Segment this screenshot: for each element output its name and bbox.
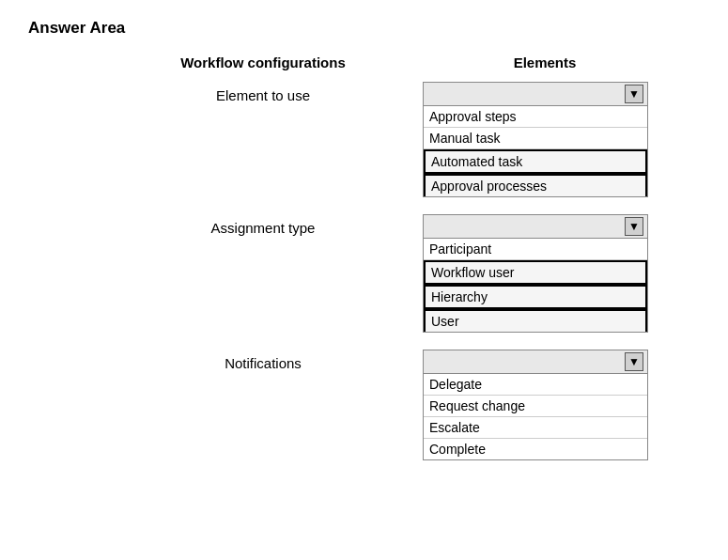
dropdown-element-to-use[interactable]: ▼ Approval steps Manual task Automated t… bbox=[423, 82, 648, 197]
column-headers: Workflow configurations Elements bbox=[28, 54, 700, 70]
dropdown-arrow-assignment-type[interactable]: ▼ bbox=[625, 217, 643, 236]
dropdown-assignment-type[interactable]: ▼ Participant Workflow user Hierarchy Us… bbox=[423, 214, 648, 333]
label-assignment-type: Assignment type bbox=[141, 214, 385, 236]
dropdown-item-request-change[interactable]: Request change bbox=[424, 396, 647, 417]
dropdown-notifications[interactable]: ▼ Delegate Request change Escalate Compl… bbox=[423, 350, 648, 460]
dropdown-list-element-to-use: Approval steps Manual task Automated tas… bbox=[423, 106, 648, 197]
dropdown-item-user[interactable]: User bbox=[424, 309, 647, 332]
dropdown-arrow-element-to-use[interactable]: ▼ bbox=[625, 85, 643, 103]
dropdown-item-manual-task[interactable]: Manual task bbox=[424, 128, 647, 149]
dropdown-header-assignment-type[interactable]: ▼ bbox=[423, 214, 648, 239]
dropdown-arrow-notifications[interactable]: ▼ bbox=[625, 352, 643, 371]
dropdown-item-complete[interactable]: Complete bbox=[424, 439, 647, 459]
dropdown-list-assignment-type: Participant Workflow user Hierarchy User bbox=[423, 239, 648, 333]
dropdown-item-approval-processes[interactable]: Approval processes bbox=[424, 174, 647, 196]
dropdown-item-delegate[interactable]: Delegate bbox=[424, 374, 647, 396]
dropdown-header-element-to-use[interactable]: ▼ bbox=[423, 82, 648, 106]
dropdown-item-hierarchy[interactable]: Hierarchy bbox=[424, 285, 647, 309]
dropdown-item-workflow-user[interactable]: Workflow user bbox=[424, 260, 647, 285]
page-title: Answer Area bbox=[28, 19, 700, 38]
dropdown-item-escalate[interactable]: Escalate bbox=[424, 417, 647, 439]
label-notifications: Notifications bbox=[141, 350, 385, 371]
row-notifications: Notifications ▼ Delegate Request change … bbox=[28, 350, 700, 460]
dropdown-list-notifications: Delegate Request change Escalate Complet… bbox=[423, 374, 648, 460]
row-element-to-use: Element to use ▼ Approval steps Manual t… bbox=[28, 82, 700, 197]
workflow-col-header: Workflow configurations bbox=[141, 54, 385, 70]
label-element-to-use: Element to use bbox=[141, 82, 385, 103]
dropdown-item-approval-steps[interactable]: Approval steps bbox=[424, 106, 647, 128]
dropdown-item-automated-task[interactable]: Automated task bbox=[424, 149, 647, 174]
answer-area: Workflow configurations Elements Element… bbox=[28, 54, 700, 477]
elements-col-header: Elements bbox=[423, 54, 667, 70]
row-assignment-type: Assignment type ▼ Participant Workflow u… bbox=[28, 214, 700, 333]
dropdown-item-participant[interactable]: Participant bbox=[424, 239, 647, 260]
dropdown-header-notifications[interactable]: ▼ bbox=[423, 350, 648, 374]
